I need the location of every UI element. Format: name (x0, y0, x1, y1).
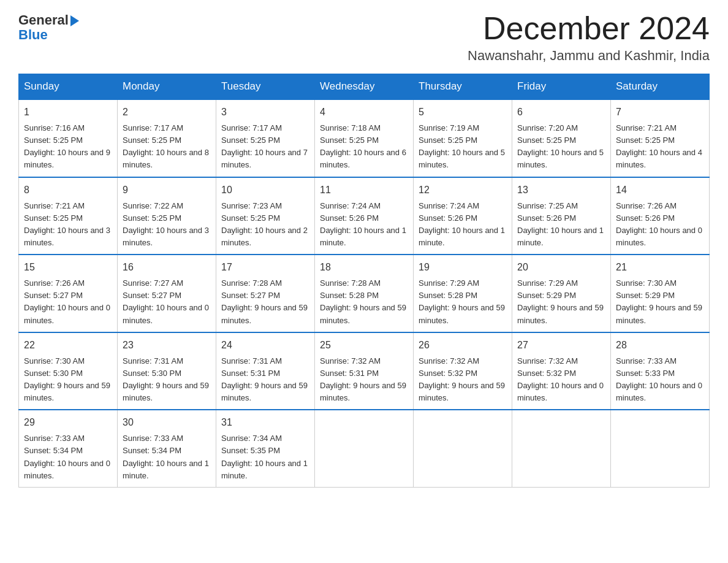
day-cell: 18 Sunrise: 7:28 AMSunset: 5:28 PMDaylig… (315, 255, 414, 332)
day-cell: 19 Sunrise: 7:29 AMSunset: 5:28 PMDaylig… (414, 255, 512, 332)
day-info: Sunrise: 7:31 AMSunset: 5:31 PMDaylight:… (221, 355, 309, 405)
day-cell: 24 Sunrise: 7:31 AMSunset: 5:31 PMDaylig… (216, 332, 315, 410)
header-monday: Monday (118, 74, 216, 100)
day-info: Sunrise: 7:24 AMSunset: 5:26 PMDaylight:… (419, 200, 507, 250)
day-cell: 21 Sunrise: 7:30 AMSunset: 5:29 PMDaylig… (611, 255, 710, 332)
day-cell: 10 Sunrise: 7:23 AMSunset: 5:25 PMDaylig… (216, 177, 315, 255)
day-cell: 3 Sunrise: 7:17 AMSunset: 5:25 PMDayligh… (216, 99, 315, 177)
day-info: Sunrise: 7:21 AMSunset: 5:25 PMDaylight:… (616, 122, 704, 172)
day-info: Sunrise: 7:27 AMSunset: 5:27 PMDaylight:… (123, 277, 211, 327)
day-info: Sunrise: 7:25 AMSunset: 5:26 PMDaylight:… (517, 200, 605, 250)
day-number: 28 (616, 338, 704, 353)
day-info: Sunrise: 7:33 AMSunset: 5:34 PMDaylight:… (123, 432, 211, 482)
day-number: 26 (419, 338, 507, 353)
header-tuesday: Tuesday (216, 74, 315, 100)
day-info: Sunrise: 7:16 AMSunset: 5:25 PMDaylight:… (24, 122, 112, 172)
week-row-4: 22 Sunrise: 7:30 AMSunset: 5:30 PMDaylig… (19, 332, 710, 410)
calendar-header-row: SundayMondayTuesdayWednesdayThursdayFrid… (19, 74, 710, 100)
day-number: 14 (616, 183, 704, 197)
day-number: 2 (123, 105, 211, 120)
day-cell: 25 Sunrise: 7:32 AMSunset: 5:31 PMDaylig… (315, 332, 414, 410)
day-number: 17 (221, 260, 309, 275)
logo-general: General (18, 12, 69, 28)
day-number: 1 (24, 105, 112, 120)
day-number: 15 (24, 260, 112, 275)
month-title: December 2024 (468, 12, 710, 44)
day-number: 23 (123, 338, 211, 353)
day-cell: 12 Sunrise: 7:24 AMSunset: 5:26 PMDaylig… (414, 177, 512, 255)
logo-blue: Blue (18, 27, 48, 43)
day-cell: 13 Sunrise: 7:25 AMSunset: 5:26 PMDaylig… (512, 177, 611, 255)
day-number: 4 (320, 105, 408, 120)
day-info: Sunrise: 7:23 AMSunset: 5:25 PMDaylight:… (221, 200, 309, 250)
day-cell: 9 Sunrise: 7:22 AMSunset: 5:25 PMDayligh… (118, 177, 216, 255)
week-row-3: 15 Sunrise: 7:26 AMSunset: 5:27 PMDaylig… (19, 255, 710, 332)
day-cell: 30 Sunrise: 7:33 AMSunset: 5:34 PMDaylig… (118, 410, 216, 487)
day-number: 13 (517, 183, 605, 197)
day-number: 6 (517, 105, 605, 120)
day-number: 7 (616, 105, 704, 120)
day-number: 29 (24, 415, 112, 430)
day-info: Sunrise: 7:29 AMSunset: 5:29 PMDaylight:… (517, 277, 605, 327)
day-number: 18 (320, 260, 408, 275)
day-number: 21 (616, 260, 704, 275)
day-number: 20 (517, 260, 605, 275)
day-number: 8 (24, 183, 112, 197)
day-info: Sunrise: 7:28 AMSunset: 5:27 PMDaylight:… (221, 277, 309, 327)
day-info: Sunrise: 7:32 AMSunset: 5:32 PMDaylight:… (419, 355, 507, 405)
day-info: Sunrise: 7:21 AMSunset: 5:25 PMDaylight:… (24, 200, 112, 250)
day-cell: 1 Sunrise: 7:16 AMSunset: 5:25 PMDayligh… (19, 99, 118, 177)
day-number: 25 (320, 338, 408, 353)
day-cell: 28 Sunrise: 7:33 AMSunset: 5:33 PMDaylig… (611, 332, 710, 410)
day-cell (611, 410, 710, 487)
day-number: 11 (320, 183, 408, 197)
day-cell: 22 Sunrise: 7:30 AMSunset: 5:30 PMDaylig… (19, 332, 118, 410)
day-cell: 31 Sunrise: 7:34 AMSunset: 5:35 PMDaylig… (216, 410, 315, 487)
header-friday: Friday (512, 74, 611, 100)
day-cell: 5 Sunrise: 7:19 AMSunset: 5:25 PMDayligh… (414, 99, 512, 177)
day-cell: 4 Sunrise: 7:18 AMSunset: 5:25 PMDayligh… (315, 99, 414, 177)
day-info: Sunrise: 7:32 AMSunset: 5:32 PMDaylight:… (517, 355, 605, 405)
calendar-table: SundayMondayTuesdayWednesdayThursdayFrid… (18, 74, 710, 488)
day-cell: 20 Sunrise: 7:29 AMSunset: 5:29 PMDaylig… (512, 255, 611, 332)
header-saturday: Saturday (611, 74, 710, 100)
day-cell: 15 Sunrise: 7:26 AMSunset: 5:27 PMDaylig… (19, 255, 118, 332)
day-number: 31 (221, 415, 309, 430)
day-cell: 14 Sunrise: 7:26 AMSunset: 5:26 PMDaylig… (611, 177, 710, 255)
day-info: Sunrise: 7:22 AMSunset: 5:25 PMDaylight:… (123, 200, 211, 250)
title-area: December 2024 Nawanshahr, Jammu and Kash… (468, 12, 710, 64)
day-cell (414, 410, 512, 487)
day-number: 9 (123, 183, 211, 197)
day-info: Sunrise: 7:30 AMSunset: 5:29 PMDaylight:… (616, 277, 704, 327)
day-info: Sunrise: 7:24 AMSunset: 5:26 PMDaylight:… (320, 200, 408, 250)
day-number: 22 (24, 338, 112, 353)
day-info: Sunrise: 7:34 AMSunset: 5:35 PMDaylight:… (221, 432, 309, 482)
day-info: Sunrise: 7:17 AMSunset: 5:25 PMDaylight:… (123, 122, 211, 172)
day-info: Sunrise: 7:17 AMSunset: 5:25 PMDaylight:… (221, 122, 309, 172)
day-number: 3 (221, 105, 309, 120)
logo: General Blue (18, 12, 79, 43)
header: General Blue December 2024 Nawanshahr, J… (18, 12, 710, 64)
day-info: Sunrise: 7:20 AMSunset: 5:25 PMDaylight:… (517, 122, 605, 172)
day-number: 30 (123, 415, 211, 430)
day-number: 5 (419, 105, 507, 120)
day-cell: 6 Sunrise: 7:20 AMSunset: 5:25 PMDayligh… (512, 99, 611, 177)
day-cell: 23 Sunrise: 7:31 AMSunset: 5:30 PMDaylig… (118, 332, 216, 410)
week-row-2: 8 Sunrise: 7:21 AMSunset: 5:25 PMDayligh… (19, 177, 710, 255)
day-cell (315, 410, 414, 487)
header-wednesday: Wednesday (315, 74, 414, 100)
header-thursday: Thursday (414, 74, 512, 100)
day-info: Sunrise: 7:29 AMSunset: 5:28 PMDaylight:… (419, 277, 507, 327)
day-cell: 7 Sunrise: 7:21 AMSunset: 5:25 PMDayligh… (611, 99, 710, 177)
day-info: Sunrise: 7:26 AMSunset: 5:26 PMDaylight:… (616, 200, 704, 250)
week-row-1: 1 Sunrise: 7:16 AMSunset: 5:25 PMDayligh… (19, 99, 710, 177)
day-info: Sunrise: 7:26 AMSunset: 5:27 PMDaylight:… (24, 277, 112, 327)
day-cell: 11 Sunrise: 7:24 AMSunset: 5:26 PMDaylig… (315, 177, 414, 255)
day-number: 12 (419, 183, 507, 197)
day-cell: 8 Sunrise: 7:21 AMSunset: 5:25 PMDayligh… (19, 177, 118, 255)
day-info: Sunrise: 7:32 AMSunset: 5:31 PMDaylight:… (320, 355, 408, 405)
day-number: 16 (123, 260, 211, 275)
day-number: 19 (419, 260, 507, 275)
day-cell: 16 Sunrise: 7:27 AMSunset: 5:27 PMDaylig… (118, 255, 216, 332)
day-info: Sunrise: 7:28 AMSunset: 5:28 PMDaylight:… (320, 277, 408, 327)
